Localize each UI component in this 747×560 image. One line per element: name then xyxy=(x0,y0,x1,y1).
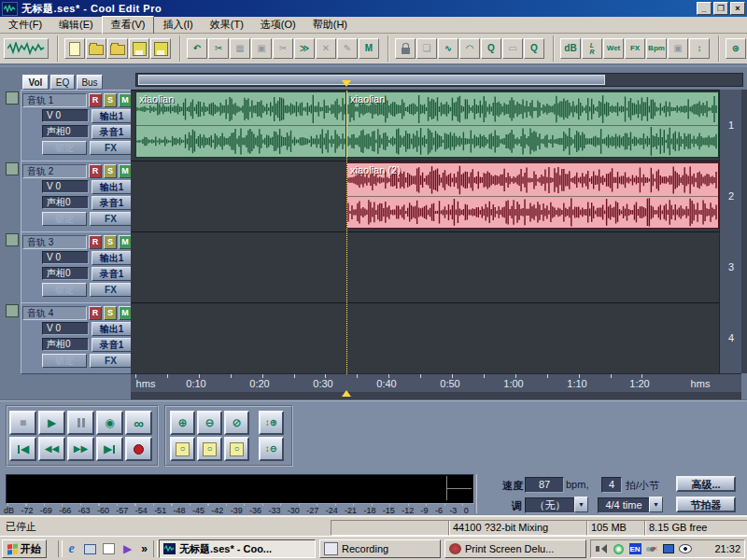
track-output-button[interactable]: 输出1 xyxy=(92,251,132,265)
close-button[interactable]: × xyxy=(730,2,745,15)
solo-button[interactable]: S xyxy=(104,93,117,107)
track-volume-field[interactable]: V 0 xyxy=(42,109,89,122)
zoom-to-selection-right-button[interactable]: ○ xyxy=(224,437,249,461)
track-lock-button[interactable]: 锁定 xyxy=(42,283,87,297)
vertical-zoom-in-button[interactable]: ↕⊕ xyxy=(259,411,284,435)
track-3-select-square[interactable] xyxy=(6,233,19,246)
rewind-button[interactable]: ◀◀ xyxy=(38,437,65,461)
zoom-in-button[interactable]: ⊕ xyxy=(170,411,195,435)
loop-button[interactable]: ∞ xyxy=(125,411,152,435)
solo-button[interactable]: S xyxy=(104,235,117,249)
record-button[interactable] xyxy=(125,437,152,461)
tab-vol[interactable]: Vol xyxy=(22,75,49,90)
minimize-button[interactable]: _ xyxy=(697,2,712,15)
zoom-full-button[interactable]: ⊘ xyxy=(224,411,249,435)
track-lanes[interactable]: xiaolian xiaolian xiaolian (2) xyxy=(131,90,719,374)
network-users-tray-icon[interactable]: ✕ xyxy=(645,543,658,555)
track-record-device-button[interactable]: 录音1 xyxy=(92,267,132,281)
track-record-device-button[interactable]: 录音1 xyxy=(92,196,132,210)
clip-indicator[interactable] xyxy=(446,476,472,500)
vertical-scrollbar[interactable] xyxy=(741,90,747,373)
track-1-lane[interactable]: xiaolian xiaolian xyxy=(131,91,719,161)
menu-edit[interactable]: 编辑(E) xyxy=(50,17,102,34)
trim-clip-button[interactable]: ✂ xyxy=(273,38,293,59)
tempo-bpm-field[interactable]: 87 xyxy=(525,477,564,493)
save-button[interactable] xyxy=(129,38,149,59)
track-name-field[interactable]: 音轨 4 xyxy=(22,306,87,320)
task-recording[interactable]: Recording xyxy=(319,539,441,558)
track-output-button[interactable]: 输出1 xyxy=(92,109,132,123)
save-as-button[interactable] xyxy=(150,38,171,59)
settings-button[interactable]: ⊛ xyxy=(726,38,746,59)
track-2-select-square[interactable] xyxy=(6,162,19,175)
level-meter[interactable] xyxy=(6,474,474,504)
menu-insert[interactable]: 插入(I) xyxy=(154,17,201,34)
quicklaunch-chevron[interactable]: » xyxy=(136,541,152,556)
playhead-marker-bottom[interactable] xyxy=(342,390,351,397)
show-wet-dry-envelope-button[interactable]: Q xyxy=(481,38,501,59)
record-arm-button[interactable]: R xyxy=(89,235,102,249)
destroy-clip-button[interactable]: ✕ xyxy=(316,38,336,59)
stop-button[interactable]: ■ xyxy=(9,411,36,435)
track-4-lane[interactable] xyxy=(131,303,719,374)
track-fx-button[interactable]: FX xyxy=(90,283,132,297)
tempo-beats-field[interactable]: 4 xyxy=(601,477,622,493)
track-1-select-square[interactable] xyxy=(6,91,19,105)
open-append-button[interactable] xyxy=(107,38,128,59)
track-output-button[interactable]: 输出1 xyxy=(92,180,132,194)
metronome-button[interactable]: 节拍器 xyxy=(676,497,736,512)
media-doc-icon[interactable] xyxy=(101,541,117,556)
draw-envelope-button[interactable]: ✎ xyxy=(337,38,358,59)
task-print-screen[interactable]: Print Screen Delu... xyxy=(444,539,586,558)
fx-rack-button[interactable]: FX xyxy=(625,38,645,59)
split-clip-button[interactable]: ✂ xyxy=(208,38,229,59)
link-clips-button[interactable]: ▣ xyxy=(668,38,688,59)
new-session-button[interactable] xyxy=(64,38,85,59)
track-2-lane[interactable]: xiaolian (2) xyxy=(131,161,719,232)
record-arm-button[interactable]: R xyxy=(89,93,102,107)
timesig-select-value[interactable]: 4/4 time xyxy=(598,497,650,513)
track-name-field[interactable]: 音轨 1 xyxy=(22,93,87,107)
track-name-field[interactable]: 音轨 3 xyxy=(22,235,87,249)
record-arm-button[interactable]: R xyxy=(89,164,102,178)
waveform-view-button[interactable] xyxy=(4,38,49,59)
play-button[interactable]: ▶ xyxy=(38,411,65,435)
media-player-icon[interactable]: ▶ xyxy=(120,541,135,556)
mute-button[interactable]: M xyxy=(119,164,132,178)
pan-lr-button[interactable]: LR xyxy=(582,38,602,59)
mute-button[interactable]: M xyxy=(119,306,132,320)
undo-button[interactable]: ↶ xyxy=(187,38,207,59)
play-looped-button[interactable]: ◉ xyxy=(96,411,123,435)
track-record-device-button[interactable]: 录音1 xyxy=(92,125,132,139)
show-desktop-icon[interactable] xyxy=(82,541,98,556)
tray-clock[interactable]: 21:32 xyxy=(714,543,740,554)
task-cool-edit[interactable]: 无标题.ses* - Coo... xyxy=(159,539,316,558)
track-pan-field[interactable]: 声相0 xyxy=(42,125,89,138)
display-tray-icon[interactable] xyxy=(662,543,675,555)
tab-eq[interactable]: EQ xyxy=(50,75,75,90)
playhead-cursor[interactable] xyxy=(346,91,347,374)
group-clips-button[interactable]: ❏ xyxy=(416,38,437,59)
track-fx-button[interactable]: FX xyxy=(90,354,132,368)
playhead-marker-top[interactable] xyxy=(342,80,351,87)
merge-clips-button[interactable]: ≫ xyxy=(294,38,315,59)
fast-forward-button[interactable]: ▶▶ xyxy=(67,437,94,461)
menu-effects[interactable]: 效果(T) xyxy=(202,17,252,34)
track-pan-field[interactable]: 声相0 xyxy=(42,338,89,351)
cd-tray-icon[interactable] xyxy=(612,543,625,555)
adjust-boundaries-button[interactable]: ▦ xyxy=(230,38,250,59)
horizontal-scrollbar[interactable] xyxy=(135,73,743,87)
eye-tray-icon[interactable] xyxy=(679,543,692,555)
language-indicator[interactable]: EN xyxy=(628,543,641,555)
track-pan-field[interactable]: 声相0 xyxy=(42,196,89,209)
open-file-button[interactable] xyxy=(86,38,106,59)
record-arm-button[interactable]: R xyxy=(89,306,102,320)
vertical-fit-button[interactable]: ↕ xyxy=(689,38,710,59)
key-select-value[interactable]: （无） xyxy=(525,497,575,513)
audio-clip[interactable]: xiaolian (2) xyxy=(346,162,719,229)
timesig-dropdown-button[interactable]: ▼ xyxy=(649,497,663,512)
track-volume-field[interactable]: V 0 xyxy=(42,180,89,193)
show-volume-envelope-button[interactable]: ∿ xyxy=(438,38,458,59)
volume-tray-icon[interactable] xyxy=(595,543,608,555)
zoom-to-selection-button[interactable]: ○ xyxy=(197,437,222,461)
